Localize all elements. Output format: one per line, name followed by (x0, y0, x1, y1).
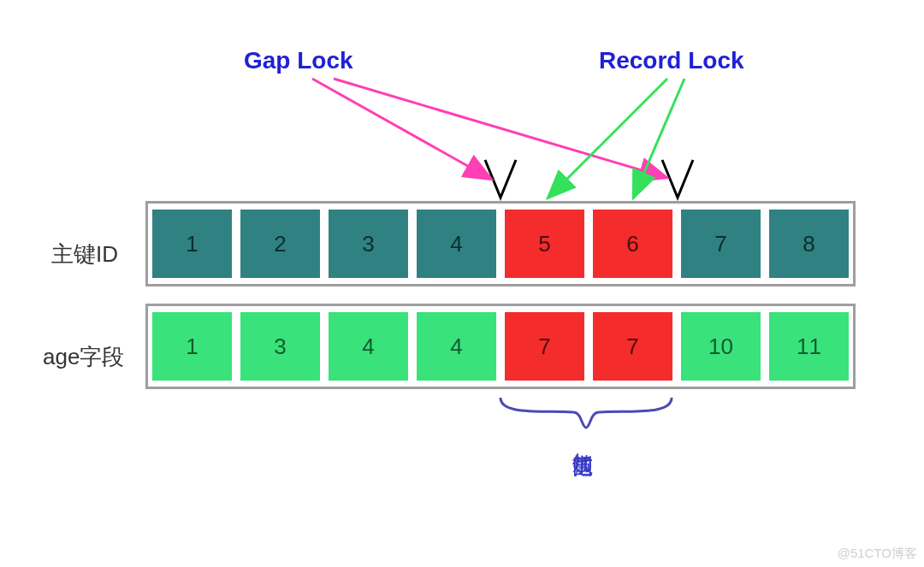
record-lock-arrow-icon (633, 79, 684, 198)
pk-cell-locked: 6 (593, 210, 672, 278)
age-cell: 1 (152, 312, 232, 381)
lock-range-brace-icon (496, 393, 676, 432)
gap-mark-icon (483, 158, 518, 201)
record-lock-label: Record Lock (599, 47, 744, 74)
age-cell: 4 (417, 312, 496, 381)
age-cell-locked: 7 (593, 312, 672, 381)
gap-lock-label: Gap Lock (244, 47, 353, 74)
row-age-field: 1 3 4 4 7 7 10 11 (145, 304, 856, 389)
pk-cell-locked: 5 (505, 210, 584, 278)
pk-cell: 1 (152, 210, 232, 278)
age-cell-locked: 7 (505, 312, 584, 381)
age-cell: 3 (240, 312, 320, 381)
pk-cell: 8 (769, 210, 849, 278)
record-lock-arrow-icon (548, 79, 667, 198)
gap-lock-arrow-icon (334, 79, 667, 178)
pk-cell: 3 (329, 210, 408, 278)
age-cell: 10 (681, 312, 761, 381)
pk-cell: 7 (681, 210, 761, 278)
watermark: @51CTO博客 (838, 546, 917, 562)
age-cell: 11 (769, 312, 849, 381)
pk-cell: 4 (417, 210, 496, 278)
lock-range-label: 加锁范围 (569, 436, 596, 443)
gap-lock-arrow-icon (312, 79, 492, 180)
age-cell: 4 (329, 312, 408, 381)
gap-mark-icon (660, 158, 695, 201)
row-label-primary-key: 主键ID (51, 239, 118, 269)
row-primary-key: 1 2 3 4 5 6 7 8 (145, 201, 856, 286)
pk-cell: 2 (240, 210, 320, 278)
row-label-age-field: age字段 (43, 342, 124, 372)
